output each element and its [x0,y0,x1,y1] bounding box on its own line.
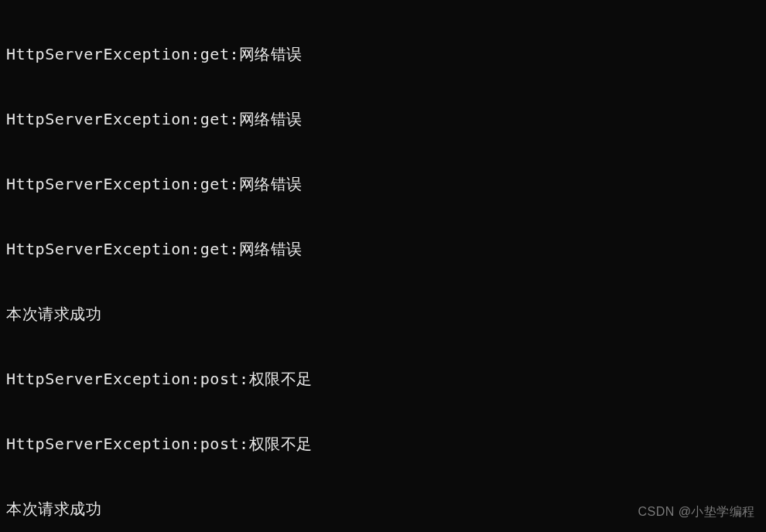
log-line: HttpServerException:post:权限不足 [6,368,760,390]
log-line: HttpServerException:post:权限不足 [6,433,760,455]
log-line: 本次请求成功 [6,303,760,325]
log-line: HttpServerException:get:网络错误 [6,43,760,65]
log-line: HttpServerException:get:网络错误 [6,108,760,130]
log-line: HttpServerException:get:网络错误 [6,173,760,195]
log-line: HttpServerException:get:网络错误 [6,238,760,260]
console-output: HttpServerException:get:网络错误 HttpServerE… [6,0,760,532]
watermark: CSDN @小垫学编程 [638,501,755,523]
